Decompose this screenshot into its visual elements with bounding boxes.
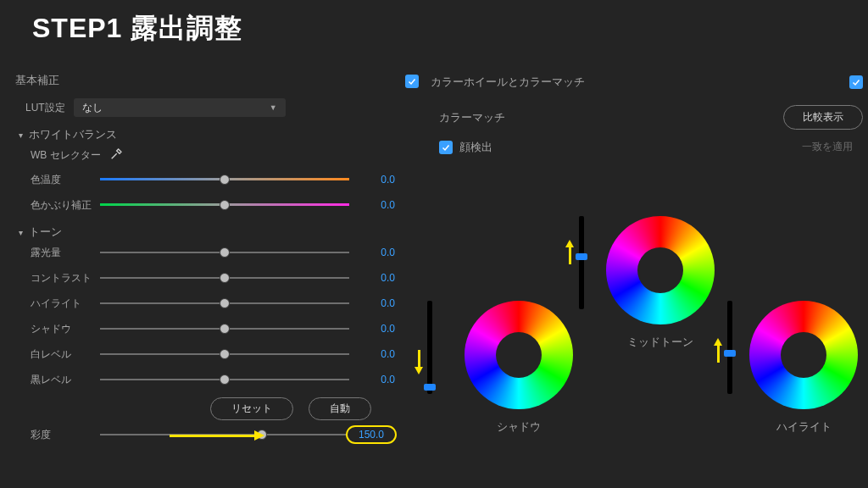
tone-label: シャドウ bbox=[15, 322, 100, 336]
chevron-down-icon: ▼ bbox=[270, 103, 277, 112]
tint-label: 色かぶり補正 bbox=[15, 198, 100, 213]
tone-slider-row: シャドウ0.0 bbox=[15, 316, 397, 341]
highlight-wheel-label: ハイライト bbox=[776, 419, 832, 435]
tone-slider[interactable] bbox=[100, 271, 349, 285]
auto-button[interactable]: 自動 bbox=[309, 397, 371, 420]
tone-value[interactable]: 0.0 bbox=[349, 272, 397, 284]
page-title: STEP1 露出調整 bbox=[32, 10, 242, 47]
tint-slider-row: 色かぶり補正 0.0 bbox=[15, 192, 397, 218]
tone-slider[interactable] bbox=[100, 322, 349, 336]
temperature-slider[interactable] bbox=[100, 173, 349, 186]
color-match-label: カラーマッチ bbox=[439, 110, 505, 125]
chevron-down-icon: ▾ bbox=[15, 228, 25, 237]
tint-slider[interactable] bbox=[100, 198, 349, 212]
temperature-value[interactable]: 0.0 bbox=[349, 174, 397, 186]
apply-match-button: 一致を適用 bbox=[792, 135, 863, 159]
shadow-luma-slider[interactable] bbox=[427, 301, 432, 394]
face-detect-label: 顔検出 bbox=[459, 140, 492, 155]
tone-label: ハイライト bbox=[15, 297, 100, 311]
tone-section[interactable]: ▾ トーン bbox=[15, 225, 397, 240]
white-balance-heading: ホワイトバランス bbox=[29, 127, 117, 142]
tone-label: 黒レベル bbox=[15, 373, 100, 387]
lut-select-value: なし bbox=[82, 101, 103, 115]
shadow-color-wheel[interactable] bbox=[465, 301, 573, 409]
tone-value[interactable]: 0.0 bbox=[349, 323, 397, 335]
temperature-slider-row: 色温度 0.0 bbox=[15, 167, 397, 192]
white-balance-section[interactable]: ▾ ホワイトバランス bbox=[15, 127, 397, 142]
tone-slider-row: 露光量0.0 bbox=[15, 240, 397, 265]
tone-value[interactable]: 0.0 bbox=[349, 348, 397, 360]
saturation-value[interactable]: 150.0 bbox=[346, 425, 397, 444]
midtone-color-wheel[interactable] bbox=[606, 216, 715, 324]
tone-slider-row: 白レベル0.0 bbox=[15, 341, 397, 367]
color-wheel-heading: カラーホイールとカラーマッチ bbox=[431, 75, 585, 90]
tone-value[interactable]: 0.0 bbox=[349, 374, 397, 385]
color-wheel-panel: カラーホイールとカラーマッチ カラーマッチ 比較表示 顔検出 一致を適用 bbox=[431, 75, 863, 164]
midtone-luma-slider[interactable] bbox=[579, 216, 584, 309]
annotation-arrow-saturation bbox=[170, 430, 264, 441]
basic-correction-panel: 基本補正 LUT設定 なし ▼ ▾ ホワイトバランス WB セレクター 色温度 … bbox=[15, 69, 397, 447]
chevron-down-icon: ▾ bbox=[15, 130, 25, 140]
color-wheel-toggle[interactable] bbox=[849, 75, 863, 89]
annotation-arrow-highlight bbox=[714, 338, 722, 363]
lut-select[interactable]: なし ▼ bbox=[74, 98, 286, 117]
tone-slider[interactable] bbox=[100, 297, 349, 310]
face-detect-toggle[interactable] bbox=[439, 141, 453, 154]
highlight-luma-slider[interactable] bbox=[727, 301, 732, 394]
basic-correction-heading: 基本補正 bbox=[15, 73, 59, 88]
annotation-arrow-shadow bbox=[415, 350, 423, 374]
temperature-label: 色温度 bbox=[15, 173, 100, 187]
lut-label: LUT設定 bbox=[25, 101, 65, 115]
reset-button[interactable]: リセット bbox=[210, 397, 293, 420]
tone-label: 白レベル bbox=[15, 347, 100, 362]
basic-correction-toggle[interactable] bbox=[405, 75, 419, 88]
tone-label: コントラスト bbox=[15, 271, 100, 286]
tone-slider[interactable] bbox=[100, 246, 349, 259]
tint-value[interactable]: 0.0 bbox=[349, 199, 397, 211]
highlight-color-wheel[interactable] bbox=[749, 301, 858, 409]
color-wheels-area: シャドウ ミッドトーン ハイライト bbox=[415, 216, 868, 479]
tone-value[interactable]: 0.0 bbox=[349, 297, 397, 309]
tone-heading: トーン bbox=[29, 225, 62, 240]
saturation-label: 彩度 bbox=[15, 428, 100, 442]
midtone-wheel-label: ミッドトーン bbox=[627, 335, 693, 350]
tone-value[interactable]: 0.0 bbox=[349, 247, 397, 258]
tone-slider-row: ハイライト0.0 bbox=[15, 291, 397, 316]
eyedropper-icon[interactable] bbox=[109, 147, 123, 164]
tone-slider-row: 黒レベル0.0 bbox=[15, 367, 397, 392]
wb-selector-label: WB セレクター bbox=[31, 148, 101, 163]
compare-view-button[interactable]: 比較表示 bbox=[783, 105, 863, 130]
tone-slider-row: コントラスト0.0 bbox=[15, 265, 397, 291]
tone-label: 露光量 bbox=[15, 246, 100, 260]
tone-slider[interactable] bbox=[100, 347, 349, 361]
shadow-wheel-label: シャドウ bbox=[497, 419, 541, 435]
tone-slider[interactable] bbox=[100, 373, 349, 386]
annotation-arrow-midtone bbox=[565, 240, 574, 264]
